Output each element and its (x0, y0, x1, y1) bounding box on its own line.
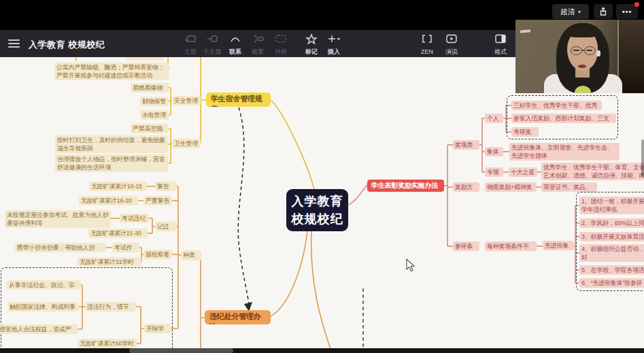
mindmap-node-qinhai[interactable]: 侵害他人合法权益，造成严重后果的 (0, 324, 78, 334)
mindmap-node-dasao[interactable]: 按时打扫卫生，及时的倒垃圾，避免细菌滋生导致疾病 (55, 135, 168, 153)
mindmap-node-weisheng[interactable]: 卫生管理 (172, 139, 201, 148)
mindmap-node-heli[interactable]: 合理摆放个人物品，按时整理床铺，营造舒适健康的生活环境 (55, 154, 168, 172)
app-window: 超清 ▾ ••• 入学教育 校规校纪 主题 子主题 (0, 0, 644, 353)
mindmap-node-liuxiao[interactable]: 留校察看 (143, 250, 172, 259)
more-options-button[interactable]: ••• (616, 4, 638, 19)
mindmap-node-zuobi[interactable]: 考试作弊 (112, 243, 139, 252)
share-button[interactable] (594, 4, 613, 19)
mindmap-node-jiguo[interactable]: 记过 (155, 222, 177, 231)
mindmap-node-canjun[interactable]: 参军入伍奖励、西部计划奖励、三支一扶奖励 (511, 114, 616, 123)
video-quality-label: 超清 (560, 7, 575, 17)
relationship-arrow (238, 107, 252, 312)
mindmap-node-i6[interactable]: 6、“先进班集体”按参评 (579, 278, 644, 288)
mindmap-node-k31[interactable]: 无故旷课累计31学时以上 (78, 257, 141, 267)
mindmap-node-gaokong[interactable]: 严禁高空抛物 (131, 124, 169, 133)
insert-plus-icon (326, 33, 341, 44)
mindmap-node-weian[interactable]: 未按规定座位参加考试、故意为他人抄袭提供便利等 (5, 210, 111, 228)
mindmap-node-yanzhong[interactable]: 严重警告 (143, 196, 172, 205)
mindmap-node-weifa[interactable]: 违法行为，情节严重 (85, 302, 136, 312)
glasses-lens (571, 46, 582, 55)
toolbar-button-presentation[interactable]: 演说 (439, 33, 464, 55)
mindmap-node-caiwu[interactable]: 财物保管 (140, 97, 169, 106)
mindmap-node-jlfs[interactable]: 奖励方式 (453, 182, 479, 192)
mindmap-node-wuzhi[interactable]: 物质奖励+精神奖励 (485, 182, 537, 192)
glasses-bridge (581, 50, 585, 51)
document-title: 入学教育 校规校纪 (29, 39, 105, 51)
webcam-video[interactable] (515, 20, 644, 93)
mindmap-node-topclip[interactable] (126, 57, 163, 61)
mindmap-node-geren[interactable]: 个人 (485, 114, 503, 123)
person-fringe (566, 27, 599, 37)
mindmap-node-shuidian[interactable]: 水电管理 (140, 110, 169, 120)
summary-icon (251, 33, 265, 44)
mindmap-node-k60[interactable]: 无故旷课累计60学时以上 (78, 339, 137, 348)
glasses-lens (584, 46, 596, 55)
mindmap-node-kswj[interactable]: 考试违纪 (120, 214, 148, 223)
toolbar-button-summary[interactable]: 概要 (245, 33, 270, 55)
toolbar-button-insert[interactable]: 插入 (322, 33, 346, 55)
mindmap-node-biaozhang[interactable]: 学生表彰奖励实施办法 (367, 180, 444, 192)
topic-icon (184, 33, 197, 44)
wall-fixture (520, 29, 530, 33)
mouse-cursor (405, 258, 416, 273)
subtopic-icon (205, 33, 219, 44)
mindmap-node-i5[interactable]: 5、在学校、学院各项活 (579, 265, 644, 275)
toolbar-button-format[interactable]: 格式 (488, 33, 513, 55)
format-panel-icon (494, 33, 507, 44)
mindmap-node-kaoyan[interactable]: 考研奖励 (511, 127, 539, 137)
mindmap-node-anquan[interactable]: 安全管理 (172, 96, 201, 105)
mindmap-node-k16[interactable]: 无故旷课累计16-20学时 (79, 196, 138, 205)
mindmap-node-shida[interactable]: 十大之星 (509, 167, 537, 177)
boundary-icon (274, 33, 288, 44)
horizontal-scrollbar-thumb[interactable] (129, 348, 233, 353)
mindmap-node-xiaochao[interactable]: 携带小抄并抄袭；帮助他人抄袭；替考 (15, 243, 106, 252)
toolbar-button-marker[interactable]: 标记 (299, 33, 324, 55)
mindmap-node-xjbjt[interactable]: 先进班集体、文明宿舍、先进学生会、先进学生团体 (509, 143, 620, 161)
mindmap-node-chufan[interactable]: 触犯国家法律、构成刑事犯罪 (7, 302, 79, 312)
more-options-icon: ••• (622, 7, 632, 16)
vertical-scrollbar-thumb[interactable] (641, 139, 644, 177)
central-topic[interactable]: 入学教育校规校纪 (286, 189, 348, 231)
chevron-down-icon: ▾ (578, 9, 581, 15)
mindmap-node-i2[interactable]: 2、学风好，60%以上同 (579, 218, 644, 228)
horizontal-scrollbar[interactable] (0, 348, 644, 353)
mindmap-node-i1[interactable]: 1、团结一致，积极开展有 学年违纪率低 (579, 197, 644, 214)
mindmap-node-congshi[interactable]: 从事非法社会、政治、宗教活动 (7, 280, 81, 290)
toolbar-button-boundary[interactable]: 外框 (269, 33, 293, 55)
mindmap-node-zhuanxiang[interactable]: 专项 (485, 167, 503, 177)
zen-mode-icon (420, 33, 434, 44)
toolbar-button-zen[interactable]: ZEN (415, 33, 439, 55)
mindmap-node-k21[interactable]: 无故旷课累计21-30学时 (88, 229, 148, 238)
mindmap-node-zhonglei[interactable]: 种类 (181, 250, 201, 260)
video-quality-button[interactable]: 超清 ▾ (552, 4, 589, 19)
mindmap-node-sanhao[interactable]: 三好学生、优秀学生干部、优秀毕业生 (511, 101, 602, 110)
presentation-play-icon (445, 33, 458, 44)
toolbar-button-relationship[interactable]: 联系 (223, 33, 248, 55)
mindmap-node-jxlb[interactable]: 奖项类别 (453, 140, 479, 150)
toolbar-button-subtopic[interactable]: 子主题 (200, 33, 224, 55)
mindmap-node-kaichu[interactable]: 开除学籍 (144, 324, 171, 333)
mindmap-node-jiti[interactable]: 集体 (485, 147, 503, 156)
mindmap-node-yiran[interactable]: 易燃易爆物品 (131, 83, 169, 93)
mindmap-node-youxiu[interactable]: 优秀学生、优秀学生干部、体育、文化艺术创新、道德、诚信自强、技能、阅读、学业 (541, 163, 644, 180)
relationship-icon (228, 33, 242, 44)
share-icon (598, 7, 608, 16)
mindmap-node-jinggao[interactable]: 警告 (155, 182, 177, 191)
mindmap-node-gongyu[interactable]: 公寓内严禁抽烟、酗酒；严禁饲养宠物；严禁开展或参与封建迷信或宗教活动 (54, 63, 169, 80)
mindmap-node-rongyu[interactable]: 荣誉证书、奖品、资金 (541, 182, 597, 192)
person-mouth (578, 65, 586, 68)
mindmap-node-cptj[interactable]: 参评条件 (453, 241, 479, 251)
notification-dot (634, 2, 639, 7)
mindmap-node-weiji[interactable]: 违纪处分管理办法 (205, 310, 271, 324)
mindmap-canvas[interactable]: 入学教育校规校纪 学生宿舍管理规定违纪处分管理办法学生表彰奖励实施办法公寓内严禁… (0, 57, 644, 348)
marker-star-icon (305, 33, 318, 44)
mindmap-node-sushe[interactable]: 学生宿舍管理规定 (206, 93, 271, 107)
mindmap-node-meizhong[interactable]: 每种奖项条件不同 (485, 241, 537, 251)
mindmap-node-k10[interactable]: 无故旷课累计10-15学时 (89, 182, 147, 191)
mindmap-node-i4[interactable]: 4、积极组织公益劳动， 好 (579, 244, 644, 262)
mindmap-node-xjbjt2[interactable]: 先进班集体 (543, 241, 574, 250)
toolbar-button-topic[interactable]: 主题 (178, 33, 203, 55)
mindmap-node-i3[interactable]: 3、积极开展文娱体育活 (579, 232, 644, 241)
earphone (596, 50, 600, 56)
menu-button[interactable] (8, 39, 20, 48)
